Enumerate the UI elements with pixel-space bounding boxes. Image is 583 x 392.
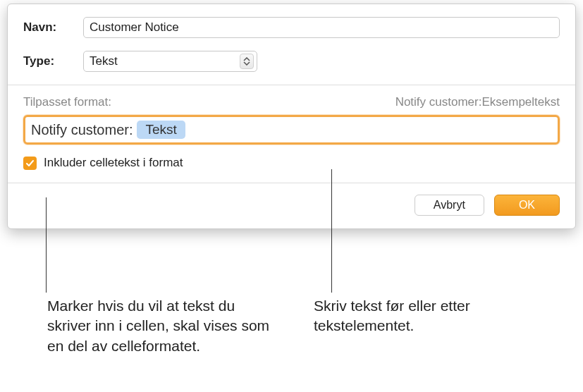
format-section: Tilpasset format: Notify customer:Eksemp… [8,85,575,145]
name-input[interactable] [83,17,560,38]
text-token[interactable]: Tekst [137,121,185,139]
type-select[interactable]: Tekst [83,51,257,72]
type-row: Type: Tekst [23,51,560,72]
custom-format-dialog: Navn: Type: Tekst Tilpasset format: Noti… [7,4,576,229]
include-text-checkbox[interactable] [23,157,37,170]
callout-line-left [46,197,47,293]
dialog-body: Navn: Type: Tekst [8,4,575,72]
include-text-row: Inkluder celletekst i format [8,145,575,183]
type-label: Type: [23,54,83,68]
callout-left: Marker hvis du vil at tekst du skriver i… [47,296,273,356]
callout-right: Skriv tekst før eller etter tekstelement… [314,296,518,336]
format-title: Tilpasset format: [23,95,111,109]
callout-line-right [331,169,332,293]
name-label: Navn: [23,20,83,35]
format-preview: Notify customer:Eksempeltekst [395,95,560,109]
name-row: Navn: [23,17,560,38]
ok-button[interactable]: OK [494,195,560,216]
type-select-wrap: Tekst [83,51,257,72]
format-prefix: Notify customer: [31,122,133,138]
cancel-button[interactable]: Avbryt [415,195,484,216]
button-row: Avbryt OK [8,183,575,228]
include-text-label: Inkluder celletekst i format [44,156,183,170]
updown-icon [240,54,254,69]
format-field[interactable]: Notify customer: Tekst [23,115,560,145]
type-select-value: Tekst [90,54,118,68]
format-header: Tilpasset format: Notify customer:Eksemp… [23,95,560,109]
